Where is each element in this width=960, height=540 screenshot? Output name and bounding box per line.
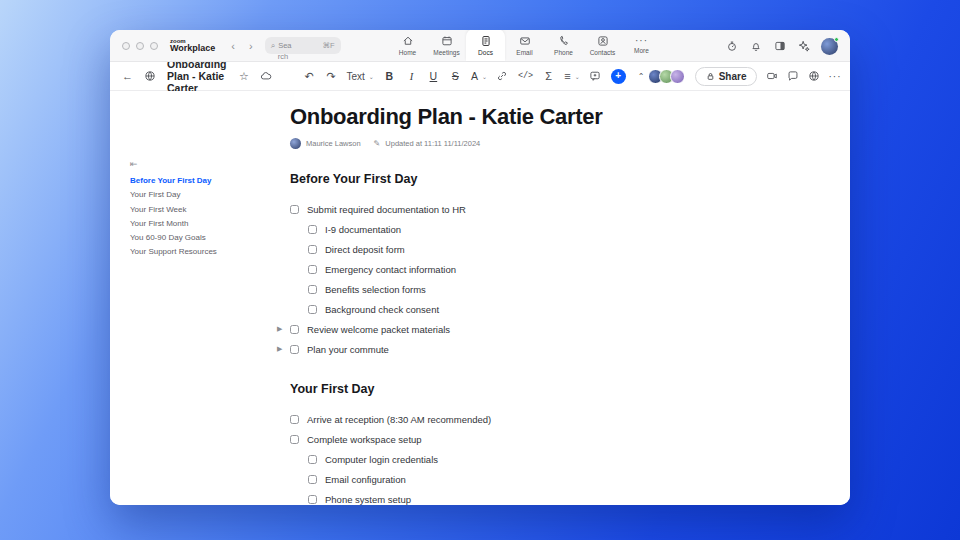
tab-meetings[interactable]: Meetings (427, 30, 466, 61)
publish-web-icon[interactable] (807, 67, 820, 85)
text-color-dropdown[interactable]: A ⌄ (471, 67, 487, 85)
tab-docs[interactable]: Docs (466, 30, 505, 61)
tab-contacts[interactable]: Contacts (583, 30, 622, 61)
link-icon[interactable] (496, 67, 509, 85)
doc-workspace-icon[interactable] (143, 67, 156, 85)
outline-item[interactable]: Before Your First Day (130, 177, 280, 186)
history-icon[interactable] (725, 37, 738, 55)
checkbox[interactable] (308, 475, 317, 484)
document-body: Onboarding Plan - Katie Carter Maurice L… (290, 104, 770, 505)
checkbox[interactable] (308, 265, 317, 274)
search-placeholder-wrap: rch (278, 52, 288, 61)
checklist-item-label: Submit required documentation to HR (307, 204, 466, 215)
tab-email[interactable]: Email (505, 30, 544, 61)
back-nav-button[interactable]: ‹ (231, 40, 235, 52)
tab-phone[interactable]: Phone (544, 30, 583, 61)
outline-item[interactable]: Your First Month (130, 220, 280, 229)
alignment-dropdown[interactable]: ≡ ⌄ (564, 67, 579, 85)
more-icon: ··· (635, 37, 648, 45)
email-icon (519, 35, 531, 47)
video-call-icon[interactable] (765, 67, 778, 85)
chevron-down-icon: ⌄ (575, 73, 580, 80)
text-style-dropdown[interactable]: Text ⌄ (347, 67, 374, 85)
checklist-item[interactable]: Email configuration (308, 469, 770, 489)
tab-home[interactable]: Home (388, 30, 427, 61)
checkbox[interactable] (308, 285, 317, 294)
italic-button[interactable]: I (405, 67, 418, 85)
search-input[interactable]: ⌕ Sea ⌘F rch (265, 37, 341, 54)
updated-timestamp: Updated at 11:11 11/11/2024 (385, 139, 480, 148)
back-to-docs-button[interactable]: ← (121, 67, 134, 85)
checklist-item[interactable]: Direct deposit form (308, 239, 770, 259)
outline-item[interactable]: You 60-90 Day Goals (130, 234, 280, 243)
add-comment-icon[interactable] (589, 67, 602, 85)
checkbox[interactable] (308, 245, 317, 254)
checklist-item-label: Arrive at reception (8:30 AM recommended… (307, 414, 491, 425)
document-outline: ⇤ Before Your First Day Your First Day Y… (130, 159, 280, 263)
star-favorite-icon[interactable]: ☆ (238, 67, 251, 85)
checklist-item[interactable]: ▶ Review welcome packet materials (290, 319, 770, 339)
checkbox[interactable] (290, 345, 299, 354)
checklist-item[interactable]: ▶ Plan your commute (290, 339, 770, 359)
notifications-bell-icon[interactable] (749, 37, 762, 55)
checklist-item[interactable]: Arrive at reception (8:30 AM recommended… (290, 409, 770, 429)
outline-item[interactable]: Your First Day (130, 191, 280, 200)
forward-nav-button[interactable]: › (249, 40, 253, 52)
strikethrough-button[interactable]: S (449, 67, 462, 85)
window-controls[interactable] (122, 42, 158, 50)
collaborator-avatars[interactable] (648, 69, 685, 84)
redo-button[interactable]: ↷ (325, 67, 338, 85)
code-block-icon[interactable]: </> (518, 67, 533, 85)
maximize-window-button[interactable] (150, 42, 158, 50)
outline-item[interactable]: Your Support Resources (130, 248, 280, 257)
checklist-item-label: Complete workspace setup (307, 434, 422, 445)
checkbox[interactable] (290, 325, 299, 334)
lock-icon (706, 72, 715, 81)
expand-triangle-icon[interactable]: ▶ (277, 345, 282, 353)
presence-status-dot (834, 37, 839, 42)
close-window-button[interactable] (122, 42, 130, 50)
checklist-item[interactable]: Emergency contact information (308, 259, 770, 279)
collaborator-avatar[interactable] (670, 69, 685, 84)
checkbox[interactable] (290, 205, 299, 214)
tab-more[interactable]: ··· More (622, 30, 661, 61)
checkbox[interactable] (290, 435, 299, 444)
checklist-item[interactable]: Phone system setup (308, 489, 770, 505)
ai-companion-icon[interactable] (797, 37, 810, 55)
collapse-outline-icon[interactable]: ⇤ (130, 159, 280, 169)
checklist-item[interactable]: I-9 documentation (308, 219, 770, 239)
checkbox[interactable] (290, 415, 299, 424)
underline-button[interactable]: U (427, 67, 440, 85)
side-panel-icon[interactable] (773, 37, 786, 55)
checklist-item[interactable]: Computer login credentials (308, 449, 770, 469)
collapse-toolbar-icon[interactable]: ⌃ (635, 67, 648, 85)
chat-icon[interactable] (786, 67, 799, 85)
checkbox[interactable] (308, 495, 317, 504)
undo-button[interactable]: ↶ (303, 67, 316, 85)
author-avatar (290, 138, 301, 149)
checklist-item-label: Plan your commute (307, 344, 389, 355)
checkbox[interactable] (308, 455, 317, 464)
user-avatar[interactable] (821, 38, 838, 55)
checklist-item-label: Background check consent (325, 304, 439, 315)
ai-insert-button[interactable]: + (611, 69, 626, 84)
checklist-item[interactable]: Benefits selection forms (308, 279, 770, 299)
checkbox[interactable] (308, 225, 317, 234)
checklist-item[interactable]: Submit required documentation to HR (290, 199, 770, 219)
more-options-icon[interactable]: ··· (828, 67, 841, 85)
outline-item[interactable]: Your First Week (130, 206, 280, 215)
checklist-item[interactable]: Background check consent (308, 299, 770, 319)
document-canvas: ⇤ Before Your First Day Your First Day Y… (110, 91, 850, 505)
chevron-down-icon: ⌄ (369, 73, 374, 80)
checklist-item[interactable]: Complete workspace setup (290, 429, 770, 449)
checklist-item-label: Benefits selection forms (325, 284, 426, 295)
minimize-window-button[interactable] (136, 42, 144, 50)
section-heading: Your First Day (290, 382, 770, 396)
share-button[interactable]: Share (695, 67, 758, 86)
checklist-item-label: I-9 documentation (325, 224, 401, 235)
bold-button[interactable]: B (383, 67, 396, 85)
expand-triangle-icon[interactable]: ▶ (277, 325, 282, 333)
document-title: Onboarding Plan - Katie Carter (167, 58, 227, 94)
formula-icon[interactable]: Σ (542, 67, 555, 85)
checkbox[interactable] (308, 305, 317, 314)
